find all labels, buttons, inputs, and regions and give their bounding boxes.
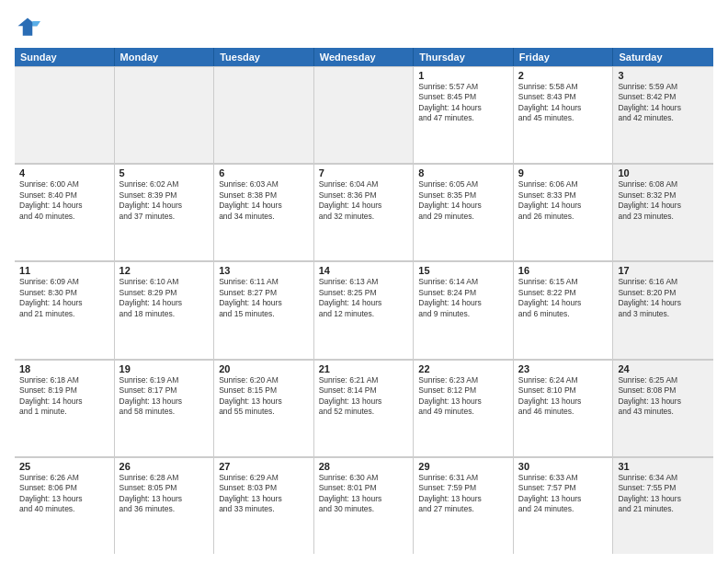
day-number-22: 22 (418, 363, 508, 374)
day-info-23: Sunrise: 6:24 AM Sunset: 8:10 PM Dayligh… (518, 375, 609, 418)
calendar-row-5: 25Sunrise: 6:26 AM Sunset: 8:06 PM Dayli… (15, 457, 713, 554)
day-cell-18: 18Sunrise: 6:18 AM Sunset: 8:19 PM Dayli… (15, 360, 115, 456)
day-number-26: 26 (119, 461, 210, 472)
day-cell-25: 25Sunrise: 6:26 AM Sunset: 8:06 PM Dayli… (15, 457, 115, 554)
day-number-9: 9 (518, 167, 609, 178)
day-number-23: 23 (518, 363, 609, 374)
day-info-31: Sunrise: 6:34 AM Sunset: 7:55 PM Dayligh… (618, 473, 709, 515)
day-info-7: Sunrise: 6:04 AM Sunset: 8:36 PM Dayligh… (319, 179, 409, 222)
day-number-5: 5 (119, 167, 210, 178)
day-cell-22: 22Sunrise: 6:23 AM Sunset: 8:12 PM Dayli… (414, 360, 514, 456)
header (15, 15, 713, 40)
day-number-14: 14 (319, 265, 409, 276)
day-info-3: Sunrise: 5:59 AM Sunset: 8:42 PM Dayligh… (618, 82, 709, 124)
day-cell-14: 14Sunrise: 6:13 AM Sunset: 8:25 PM Dayli… (314, 261, 415, 358)
day-info-21: Sunrise: 6:21 AM Sunset: 8:14 PM Dayligh… (319, 375, 409, 418)
day-number-1: 1 (418, 70, 508, 81)
calendar-row-4: 18Sunrise: 6:18 AM Sunset: 8:19 PM Dayli… (15, 360, 713, 457)
day-info-19: Sunrise: 6:19 AM Sunset: 8:17 PM Dayligh… (119, 375, 210, 418)
calendar: SundayMondayTuesdayWednesdayThursdayFrid… (15, 48, 713, 554)
day-cell-8: 8Sunrise: 6:05 AM Sunset: 8:35 PM Daylig… (414, 164, 514, 260)
day-info-25: Sunrise: 6:26 AM Sunset: 8:06 PM Dayligh… (19, 473, 109, 515)
empty-cell-0-2 (214, 66, 314, 163)
header-day-friday: Friday (514, 48, 614, 66)
day-number-7: 7 (319, 167, 409, 178)
day-info-6: Sunrise: 6:03 AM Sunset: 8:38 PM Dayligh… (219, 179, 309, 222)
day-number-17: 17 (618, 265, 709, 276)
day-cell-16: 16Sunrise: 6:15 AM Sunset: 8:22 PM Dayli… (514, 261, 614, 358)
day-info-20: Sunrise: 6:20 AM Sunset: 8:15 PM Dayligh… (219, 375, 309, 418)
day-info-28: Sunrise: 6:30 AM Sunset: 8:01 PM Dayligh… (319, 473, 409, 515)
day-number-25: 25 (19, 461, 109, 472)
day-number-15: 15 (418, 265, 508, 276)
day-number-10: 10 (618, 167, 709, 178)
day-number-8: 8 (418, 167, 508, 178)
day-number-3: 3 (618, 70, 709, 81)
day-cell-7: 7Sunrise: 6:04 AM Sunset: 8:36 PM Daylig… (314, 164, 415, 260)
day-cell-13: 13Sunrise: 6:11 AM Sunset: 8:27 PM Dayli… (214, 261, 314, 358)
day-cell-31: 31Sunrise: 6:34 AM Sunset: 7:55 PM Dayli… (613, 457, 713, 554)
svg-marker-0 (18, 18, 38, 36)
day-info-12: Sunrise: 6:10 AM Sunset: 8:29 PM Dayligh… (119, 277, 210, 319)
day-cell-30: 30Sunrise: 6:33 AM Sunset: 7:57 PM Dayli… (514, 457, 614, 554)
page: SundayMondayTuesdayWednesdayThursdayFrid… (0, 0, 728, 563)
empty-cell-0-3 (314, 66, 415, 163)
day-info-22: Sunrise: 6:23 AM Sunset: 8:12 PM Dayligh… (418, 375, 508, 418)
day-info-24: Sunrise: 6:25 AM Sunset: 8:08 PM Dayligh… (618, 375, 709, 418)
day-info-18: Sunrise: 6:18 AM Sunset: 8:19 PM Dayligh… (19, 375, 109, 418)
header-day-tuesday: Tuesday (214, 48, 314, 66)
header-day-monday: Monday (115, 48, 215, 66)
header-day-thursday: Thursday (414, 48, 514, 66)
day-number-31: 31 (618, 461, 709, 472)
calendar-header: SundayMondayTuesdayWednesdayThursdayFrid… (15, 48, 713, 66)
day-cell-17: 17Sunrise: 6:16 AM Sunset: 8:20 PM Dayli… (613, 261, 713, 358)
day-number-28: 28 (319, 461, 409, 472)
calendar-body: 1Sunrise: 5:57 AM Sunset: 8:45 PM Daylig… (15, 66, 713, 554)
day-info-17: Sunrise: 6:16 AM Sunset: 8:20 PM Dayligh… (618, 277, 709, 319)
day-info-5: Sunrise: 6:02 AM Sunset: 8:39 PM Dayligh… (119, 179, 210, 222)
day-info-14: Sunrise: 6:13 AM Sunset: 8:25 PM Dayligh… (319, 277, 409, 319)
day-info-11: Sunrise: 6:09 AM Sunset: 8:30 PM Dayligh… (19, 277, 109, 319)
day-cell-26: 26Sunrise: 6:28 AM Sunset: 8:05 PM Dayli… (115, 457, 215, 554)
day-number-24: 24 (618, 363, 709, 374)
svg-marker-1 (32, 21, 40, 26)
day-cell-11: 11Sunrise: 6:09 AM Sunset: 8:30 PM Dayli… (15, 261, 115, 358)
day-number-19: 19 (119, 363, 210, 374)
day-cell-29: 29Sunrise: 6:31 AM Sunset: 7:59 PM Dayli… (414, 457, 514, 554)
day-number-30: 30 (518, 461, 609, 472)
day-cell-9: 9Sunrise: 6:06 AM Sunset: 8:33 PM Daylig… (514, 164, 614, 260)
day-info-27: Sunrise: 6:29 AM Sunset: 8:03 PM Dayligh… (219, 473, 309, 515)
day-info-8: Sunrise: 6:05 AM Sunset: 8:35 PM Dayligh… (418, 179, 508, 222)
day-cell-5: 5Sunrise: 6:02 AM Sunset: 8:39 PM Daylig… (115, 164, 215, 260)
day-number-29: 29 (418, 461, 508, 472)
day-number-4: 4 (19, 167, 109, 178)
day-info-29: Sunrise: 6:31 AM Sunset: 7:59 PM Dayligh… (418, 473, 508, 515)
day-info-2: Sunrise: 5:58 AM Sunset: 8:43 PM Dayligh… (518, 82, 609, 124)
calendar-row-1: 1Sunrise: 5:57 AM Sunset: 8:45 PM Daylig… (15, 66, 713, 164)
day-number-2: 2 (518, 70, 609, 81)
day-cell-15: 15Sunrise: 6:14 AM Sunset: 8:24 PM Dayli… (414, 261, 514, 358)
day-info-15: Sunrise: 6:14 AM Sunset: 8:24 PM Dayligh… (418, 277, 508, 319)
day-info-13: Sunrise: 6:11 AM Sunset: 8:27 PM Dayligh… (219, 277, 309, 319)
day-cell-20: 20Sunrise: 6:20 AM Sunset: 8:15 PM Dayli… (214, 360, 314, 456)
day-cell-1: 1Sunrise: 5:57 AM Sunset: 8:45 PM Daylig… (414, 66, 514, 163)
day-number-20: 20 (219, 363, 309, 374)
day-cell-2: 2Sunrise: 5:58 AM Sunset: 8:43 PM Daylig… (514, 66, 614, 163)
header-day-wednesday: Wednesday (314, 48, 415, 66)
day-cell-28: 28Sunrise: 6:30 AM Sunset: 8:01 PM Dayli… (314, 457, 415, 554)
empty-cell-0-0 (15, 66, 115, 163)
day-cell-4: 4Sunrise: 6:00 AM Sunset: 8:40 PM Daylig… (15, 164, 115, 260)
day-number-13: 13 (219, 265, 309, 276)
day-number-6: 6 (219, 167, 309, 178)
day-cell-19: 19Sunrise: 6:19 AM Sunset: 8:17 PM Dayli… (115, 360, 215, 456)
day-number-21: 21 (319, 363, 409, 374)
day-cell-10: 10Sunrise: 6:08 AM Sunset: 8:32 PM Dayli… (613, 164, 713, 260)
day-cell-3: 3Sunrise: 5:59 AM Sunset: 8:42 PM Daylig… (613, 66, 713, 163)
header-day-saturday: Saturday (613, 48, 713, 66)
day-info-1: Sunrise: 5:57 AM Sunset: 8:45 PM Dayligh… (418, 82, 508, 124)
day-info-26: Sunrise: 6:28 AM Sunset: 8:05 PM Dayligh… (119, 473, 210, 515)
day-cell-23: 23Sunrise: 6:24 AM Sunset: 8:10 PM Dayli… (514, 360, 614, 456)
day-number-18: 18 (19, 363, 109, 374)
day-info-9: Sunrise: 6:06 AM Sunset: 8:33 PM Dayligh… (518, 179, 609, 222)
day-info-16: Sunrise: 6:15 AM Sunset: 8:22 PM Dayligh… (518, 277, 609, 319)
